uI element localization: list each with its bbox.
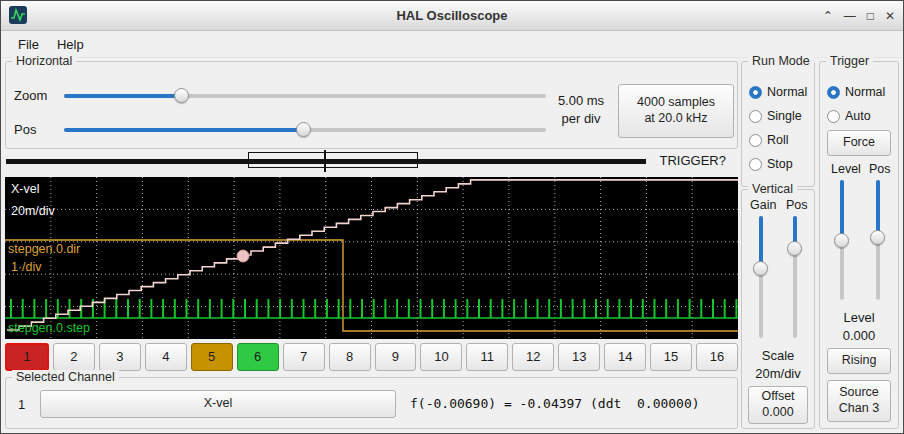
selected-channel-name: X-vel — [204, 396, 232, 412]
hal-oscilloscope-window: HAL Oscilloscope ⌃ — □ ✕ File Help Horiz… — [0, 0, 904, 434]
scale-value: 20m/div — [742, 366, 814, 381]
scope-ch6-name: stepgen.0.step — [8, 322, 90, 336]
horizontal-group: Horizontal Zoom Pos 5.00 ms per div 4000… — [5, 61, 738, 149]
selected-channel-number: 1 — [18, 397, 25, 412]
trigger-source-line1: Source — [839, 385, 879, 401]
channel-button-16[interactable]: 16 — [696, 343, 738, 371]
scope-ch1-scale: 20m/div — [11, 205, 55, 219]
trigger-question-label: TRIGGER? — [660, 153, 726, 168]
channel-button-10[interactable]: 10 — [420, 343, 462, 371]
scale-caption: Scale — [742, 348, 814, 363]
vertical-gain-label: Gain — [750, 198, 776, 212]
channel-button-13[interactable]: 13 — [558, 343, 600, 371]
runmode-normal-label: Normal — [767, 85, 807, 99]
channel-button-14[interactable]: 14 — [604, 343, 646, 371]
trigger-level-label: Level — [831, 162, 861, 176]
selected-channel-group-label: Selected Channel — [12, 370, 119, 384]
trigger-source-button[interactable]: Source Chan 3 — [827, 380, 891, 422]
menu-help[interactable]: Help — [48, 33, 93, 56]
channel-button-9[interactable]: 9 — [375, 343, 417, 371]
zoom-slider-fill — [64, 94, 181, 98]
hpos-label: Pos — [14, 122, 36, 137]
channel-button-11[interactable]: 11 — [466, 343, 508, 371]
record-position-bar: TRIGGER? — [5, 151, 738, 173]
maximize-icon[interactable]: □ — [867, 10, 874, 22]
force-button[interactable]: Force — [827, 130, 891, 156]
trigger-level-fill — [840, 180, 844, 240]
shade-icon[interactable]: ⌃ — [823, 10, 833, 22]
channel-button-5[interactable]: 5 — [191, 343, 233, 371]
trigger-radio-normal[interactable]: Normal — [827, 84, 885, 100]
trigger-normal-label: Normal — [845, 85, 885, 99]
scope-canvas — [5, 177, 738, 339]
menu-file[interactable]: File — [9, 33, 48, 56]
trigger-group-label: Trigger — [826, 54, 873, 68]
titlebar: HAL Oscilloscope ⌃ — □ ✕ — [1, 1, 903, 31]
channel-button-8[interactable]: 8 — [329, 343, 371, 371]
trigger-level-slider[interactable] — [834, 180, 849, 300]
vertical-pos-slider[interactable] — [787, 216, 802, 338]
trigger-level-caption: Level — [820, 310, 898, 325]
channel-button-3[interactable]: 3 — [99, 343, 141, 371]
scope-display: X-vel 20m/div stepgen.0.dir 1·/div stepg… — [5, 177, 738, 339]
timebase-unit: per div — [550, 111, 612, 126]
zoom-slider-thumb[interactable] — [174, 88, 189, 103]
runmode-single-label: Single — [767, 109, 802, 123]
trigger-auto-label: Auto — [845, 109, 871, 123]
offset-button-label: Offset — [761, 389, 794, 405]
zoom-label: Zoom — [14, 88, 47, 103]
trigger-pos-fill — [876, 180, 880, 237]
vertical-gain-slider[interactable] — [753, 216, 768, 338]
channel-button-4[interactable]: 4 — [145, 343, 187, 371]
samples-button[interactable]: 4000 samples at 20.0 kHz — [618, 84, 734, 138]
scope-ch1-name: X-vel — [11, 183, 39, 197]
scope-ch5-scale: 1·/div — [11, 261, 42, 275]
selected-channel-name-button[interactable]: X-vel — [40, 390, 396, 418]
channel-button-12[interactable]: 12 — [512, 343, 554, 371]
channel-button-row: 1 2 3 4 5 6 7 8 9 10 11 12 13 14 15 16 — [5, 343, 738, 371]
channel-button-15[interactable]: 15 — [650, 343, 692, 371]
hpos-slider-fill — [64, 128, 303, 132]
channel-readout: f(-0.00690) = -0.04397 (ddt 0.00000) — [410, 396, 700, 411]
trigger-pos-label: Pos — [869, 162, 891, 176]
zoom-slider[interactable] — [64, 88, 546, 103]
hpos-slider-thumb[interactable] — [296, 122, 311, 137]
vertical-group-label: Vertical — [748, 182, 797, 196]
vertical-pos-thumb[interactable] — [787, 241, 802, 256]
hpos-slider[interactable] — [64, 122, 546, 137]
force-button-label: Force — [843, 135, 875, 151]
vertical-group: Vertical Gain Pos Scale 20m/div Offset 0… — [741, 189, 815, 429]
record-view-window[interactable] — [248, 152, 418, 168]
trigger-pos-slider[interactable] — [870, 180, 885, 300]
minimize-icon[interactable]: — — [844, 10, 856, 22]
offset-button-value: 0.000 — [762, 405, 793, 421]
channel-button-6[interactable]: 6 — [237, 343, 279, 371]
selected-channel-group: Selected Channel 1 X-vel f(-0.00690) = -… — [5, 377, 738, 429]
channel-button-7[interactable]: 7 — [283, 343, 325, 371]
runmode-radio-single[interactable]: Single — [749, 108, 802, 124]
runmode-radio-roll[interactable]: Roll — [749, 132, 789, 148]
trigger-edge-button[interactable]: Rising — [827, 348, 891, 374]
offset-button[interactable]: Offset 0.000 — [748, 386, 808, 424]
trigger-level-value: 0.000 — [820, 328, 898, 343]
trigger-source-line2: Chan 3 — [839, 401, 879, 417]
radio-selected-icon — [749, 86, 762, 99]
trigger-radio-auto[interactable]: Auto — [827, 108, 871, 124]
run-mode-group: Run Mode Normal Single Roll Stop — [741, 61, 815, 187]
runmode-radio-stop[interactable]: Stop — [749, 156, 793, 172]
runmode-roll-label: Roll — [767, 133, 789, 147]
trigger-pos-thumb[interactable] — [870, 230, 885, 245]
trigger-group: Trigger Normal Auto Force Level Pos Leve… — [819, 61, 899, 429]
channel-button-2[interactable]: 2 — [53, 343, 95, 371]
vertical-gain-thumb[interactable] — [753, 261, 768, 276]
radio-selected-icon — [827, 86, 840, 99]
samples-line1: 4000 samples — [637, 95, 715, 111]
vertical-pos-label: Pos — [786, 198, 808, 212]
scope-ch5-name: stepgen.0.dir — [8, 243, 80, 257]
channel-button-1[interactable]: 1 — [5, 343, 49, 371]
runmode-stop-label: Stop — [767, 157, 793, 171]
run-mode-group-label: Run Mode — [748, 54, 814, 68]
trigger-level-thumb[interactable] — [834, 233, 849, 248]
close-icon[interactable]: ✕ — [885, 10, 895, 22]
runmode-radio-normal[interactable]: Normal — [749, 84, 807, 100]
